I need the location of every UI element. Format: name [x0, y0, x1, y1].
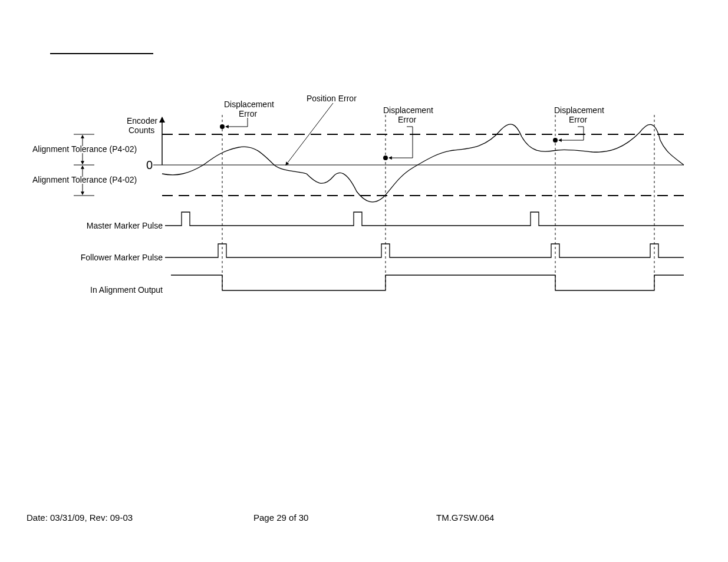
footer-doc: TM.G7SW.064: [436, 513, 494, 523]
footer-date: Date: 03/31/09, Rev: 09-03: [27, 513, 133, 523]
label-displacement-error-2b: Error: [398, 115, 416, 124]
svg-point-22: [553, 138, 558, 143]
label-master-marker: Master Marker Pulse: [87, 221, 163, 230]
svg-point-18: [383, 156, 388, 160]
label-encoder-counts-2: Counts: [129, 125, 154, 135]
label-displacement-error-3b: Error: [569, 115, 587, 124]
label-in-alignment: In Alignment Output: [90, 285, 163, 295]
svg-line-26: [286, 103, 333, 165]
label-follower-marker: Follower Marker Pulse: [81, 253, 163, 262]
label-alignment-tolerance-upper: Alignment Tolerance (P4-02): [32, 144, 137, 154]
label-displacement-error-1a: Displacement: [224, 100, 274, 109]
label-displacement-error-1b: Error: [239, 109, 257, 118]
svg-point-15: [220, 124, 225, 129]
label-zero: 0: [146, 158, 153, 171]
label-position-error: Position Error: [307, 94, 357, 103]
label-displacement-error-2a: Displacement: [383, 105, 433, 115]
label-displacement-error-3a: Displacement: [554, 105, 604, 115]
footer: Date: 03/31/09, Rev: 09-03 Page 29 of 30…: [0, 513, 728, 530]
timing-diagram: Encoder Counts 0 Alignment Tolerance (P4…: [0, 0, 728, 562]
footer-page: Page 29 of 30: [253, 513, 308, 523]
label-encoder-counts-1: Encoder: [127, 116, 157, 125]
label-alignment-tolerance-lower: Alignment Tolerance (P4-02): [32, 175, 137, 184]
